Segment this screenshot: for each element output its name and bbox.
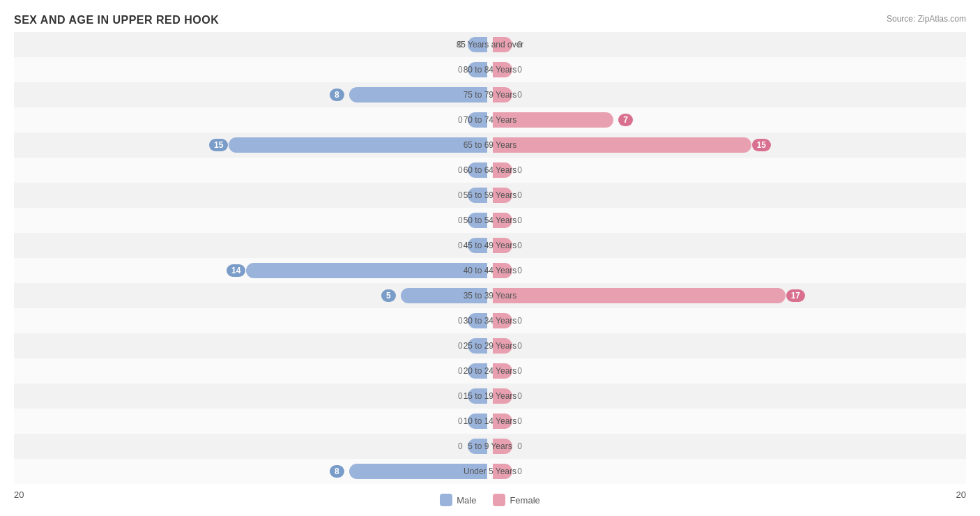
male-bar: 14 xyxy=(246,263,487,278)
female-swatch xyxy=(493,494,505,506)
female-bar: 0 xyxy=(493,62,512,77)
right-section: 7 xyxy=(490,107,966,132)
female-bar: 0 xyxy=(493,338,512,354)
female-value: 0 xyxy=(517,90,522,100)
male-swatch xyxy=(440,494,452,506)
female-bar: 0 xyxy=(493,188,512,203)
female-bar: 0 xyxy=(493,87,512,103)
bar-row: 15 65 to 69 Years 15 xyxy=(14,132,966,158)
right-section: 0 xyxy=(490,82,966,107)
male-bar: 0 xyxy=(468,238,487,253)
left-section: 0 xyxy=(14,434,490,459)
female-bar: 0 xyxy=(493,413,512,429)
right-section: 0 xyxy=(490,158,966,183)
male-bar: 0 xyxy=(468,363,487,379)
left-section: 15 xyxy=(14,132,490,158)
male-bar: 0 xyxy=(468,413,487,429)
male-value: 0 xyxy=(458,40,463,50)
male-bar: 0 xyxy=(468,188,487,203)
right-section: 0 xyxy=(490,258,966,283)
right-section: 0 xyxy=(490,459,966,484)
female-bar: 0 xyxy=(493,439,512,454)
left-section: 14 xyxy=(14,258,490,283)
bar-row: 0 85 Years and over 0 xyxy=(14,32,966,57)
bar-row: 0 45 to 49 Years 0 xyxy=(14,233,966,258)
female-value: 0 xyxy=(517,316,522,326)
bar-row: 0 50 to 54 Years 0 xyxy=(14,208,966,233)
left-section: 0 xyxy=(14,57,490,82)
male-bar: 0 xyxy=(468,37,487,52)
male-value: 0 xyxy=(458,316,463,326)
male-bar: 0 xyxy=(468,313,487,328)
female-bar: 17 xyxy=(493,288,786,303)
right-section: 0 xyxy=(490,384,966,409)
bar-row: 0 10 to 14 Years 0 xyxy=(14,409,966,434)
bar-row: 5 35 to 39 Years 17 xyxy=(14,283,966,308)
left-section: 8 xyxy=(14,82,490,107)
female-value: 0 xyxy=(517,215,522,225)
male-bar: 5 xyxy=(401,288,487,303)
female-bar: 15 xyxy=(493,137,751,153)
female-value: 0 xyxy=(517,341,522,351)
male-value: 0 xyxy=(458,391,463,401)
bar-row: 0 55 to 59 Years 0 xyxy=(14,183,966,208)
female-bar: 7 xyxy=(493,112,613,128)
male-value: 0 xyxy=(458,241,463,250)
female-value: 15 xyxy=(752,139,771,151)
male-bar: 0 xyxy=(468,62,487,77)
source-label: Source: ZipAtlas.com xyxy=(887,14,966,24)
female-bar: 0 xyxy=(493,388,512,404)
female-bar: 0 xyxy=(493,162,512,178)
axis-right-max: 20 xyxy=(956,490,966,506)
male-bar: 8 xyxy=(349,464,487,479)
female-value: 17 xyxy=(786,289,805,302)
axis-labels-bottom: 20 Male Female 20 xyxy=(14,490,966,506)
male-value: 0 xyxy=(458,416,463,426)
chart-area: 0 85 Years and over 0 0 80 to 84 Years 0… xyxy=(14,32,966,457)
male-value: 0 xyxy=(458,190,463,200)
male-bar: 0 xyxy=(468,213,487,228)
female-bar: 0 xyxy=(493,213,512,228)
bar-row: 0 5 to 9 Years 0 xyxy=(14,434,966,459)
male-value: 5 xyxy=(381,289,396,302)
right-section: 0 xyxy=(490,57,966,82)
female-bar: 0 xyxy=(493,263,512,278)
axis-left-min: 20 xyxy=(14,490,24,506)
rows-container: 0 85 Years and over 0 0 80 to 84 Years 0… xyxy=(14,32,966,484)
left-section: 0 xyxy=(14,358,490,384)
male-bar: 0 xyxy=(468,338,487,354)
male-value: 8 xyxy=(330,465,344,478)
female-bar: 0 xyxy=(493,363,512,379)
female-value: 0 xyxy=(517,165,522,175)
male-value: 0 xyxy=(458,215,463,225)
female-value: 0 xyxy=(517,40,522,50)
left-section: 0 xyxy=(14,333,490,358)
male-value: 0 xyxy=(458,115,463,125)
female-bar: 0 xyxy=(493,464,512,479)
male-bar: 8 xyxy=(349,87,487,103)
male-value: 14 xyxy=(227,264,245,277)
bar-row: 14 40 to 44 Years 0 xyxy=(14,258,966,283)
male-label: Male xyxy=(457,495,476,506)
male-bar: 0 xyxy=(468,162,487,178)
left-section: 0 xyxy=(14,107,490,132)
right-section: 0 xyxy=(490,434,966,459)
bar-row: 8 75 to 79 Years 0 xyxy=(14,82,966,107)
right-section: 0 xyxy=(490,409,966,434)
right-section: 0 xyxy=(490,183,966,208)
bar-row: 0 70 to 74 Years 7 xyxy=(14,107,966,132)
female-bar: 0 xyxy=(493,238,512,253)
left-section: 0 xyxy=(14,409,490,434)
bar-row: 0 25 to 29 Years 0 xyxy=(14,333,966,358)
female-bar: 0 xyxy=(493,313,512,328)
male-value: 0 xyxy=(458,341,463,351)
female-value: 0 xyxy=(517,65,522,75)
male-value: 0 xyxy=(458,165,463,175)
female-value: 0 xyxy=(517,416,522,426)
male-value: 15 xyxy=(209,139,228,151)
female-bar: 0 xyxy=(493,37,512,52)
right-section: 0 xyxy=(490,358,966,384)
bar-row: 0 80 to 84 Years 0 xyxy=(14,57,966,82)
left-section: 0 xyxy=(14,208,490,233)
left-section: 0 xyxy=(14,183,490,208)
